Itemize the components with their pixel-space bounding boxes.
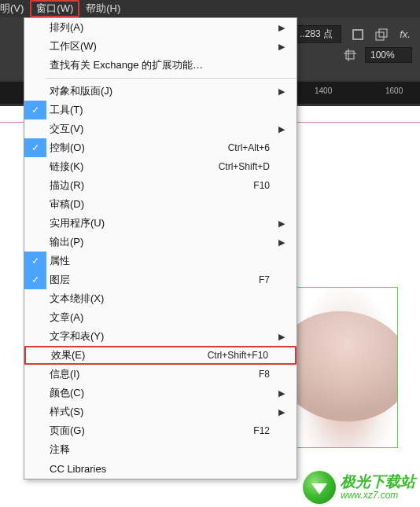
menu-attributes-label: 属性 bbox=[46, 254, 276, 268]
menu-effects[interactable]: 效果(E)Ctrl+Shift+F10 bbox=[24, 346, 297, 365]
check-icon: ✓ bbox=[24, 252, 46, 270]
menu-textwrap-label: 文本绕排(X) bbox=[46, 292, 276, 306]
menu-output-label: 输出(P) bbox=[46, 235, 276, 249]
menu-cc-libraries[interactable]: CC Libraries bbox=[24, 459, 297, 478]
shortcut-text: F8 bbox=[259, 369, 270, 380]
crop-icon[interactable] bbox=[343, 48, 357, 62]
watermark-url: www.xz7.com bbox=[341, 490, 415, 501]
menu-utilities-label: 实用程序(U) bbox=[46, 216, 276, 230]
menu-links-label: 链接(K) bbox=[46, 160, 219, 174]
menu-comments-label: 注释 bbox=[46, 443, 276, 457]
download-arrow-icon bbox=[311, 483, 327, 494]
menu-item-help[interactable]: 帮助(H) bbox=[79, 0, 127, 17]
separator bbox=[46, 78, 297, 79]
menu-styles[interactable]: 样式(S)▶ bbox=[24, 402, 297, 421]
menu-links[interactable]: 链接(K)Ctrl+Shift+D bbox=[24, 157, 297, 176]
toolbar-right-1: ..283 点 fx. bbox=[294, 25, 412, 43]
menu-item-cut[interactable]: 明(V) bbox=[0, 0, 30, 17]
menu-layers-label: 图层 bbox=[46, 273, 259, 287]
submenu-arrow-icon: ▶ bbox=[276, 332, 287, 342]
menu-arrange[interactable]: 排列(A)▶ bbox=[24, 18, 297, 37]
menu-type-tables-label: 文字和表(Y) bbox=[46, 329, 276, 344]
menu-tools-label: 工具(T) bbox=[46, 103, 276, 117]
toolbar-right-2: 100% bbox=[343, 47, 412, 63]
fx-icon[interactable]: fx. bbox=[398, 28, 412, 42]
shortcut-text: F7 bbox=[259, 274, 270, 285]
menu-cross[interactable]: 交互(V)▶ bbox=[24, 119, 297, 138]
menu-stroke[interactable]: 描边(R)F10 bbox=[24, 176, 297, 195]
menu-textwrap[interactable]: 文本绕排(X) bbox=[24, 289, 297, 308]
image-frame[interactable] bbox=[292, 287, 398, 448]
menu-info-label: 信息(I) bbox=[46, 367, 259, 381]
menu-stroke-label: 描边(R) bbox=[46, 178, 253, 193]
shortcut-text: F10 bbox=[253, 180, 270, 191]
menu-arrange-label: 排列(A) bbox=[46, 20, 276, 35]
value-field-1[interactable]: ..283 点 bbox=[294, 25, 341, 43]
menu-pages-label: 页面(G) bbox=[46, 424, 253, 438]
menu-workspace[interactable]: 工作区(W)▶ bbox=[24, 37, 297, 56]
watermark: 极光下载站 www.xz7.com bbox=[303, 471, 415, 504]
window-dropdown: 排列(A)▶ 工作区(W)▶ 查找有关 Exchange 的扩展功能… 对象和版… bbox=[24, 17, 297, 479]
watermark-title: 极光下载站 bbox=[341, 474, 415, 490]
check-icon: ✓ bbox=[24, 270, 46, 289]
menu-exchange-label: 查找有关 Exchange 的扩展功能… bbox=[46, 58, 276, 72]
menu-cross-label: 交互(V) bbox=[46, 122, 276, 136]
menu-workspace-label: 工作区(W) bbox=[46, 39, 276, 53]
image-content bbox=[292, 303, 398, 430]
menu-info[interactable]: 信息(I)F8 bbox=[24, 365, 297, 384]
menu-item-window[interactable]: 窗口(W) bbox=[30, 0, 79, 17]
check-icon: ✓ bbox=[24, 101, 46, 119]
submenu-arrow-icon: ▶ bbox=[276, 388, 287, 399]
menu-output[interactable]: 输出(P)▶ bbox=[24, 233, 297, 252]
submenu-arrow-icon: ▶ bbox=[276, 23, 287, 33]
menu-obj-layout[interactable]: 对象和版面(J)▶ bbox=[24, 82, 297, 101]
menu-tools[interactable]: ✓工具(T) bbox=[24, 101, 297, 119]
menu-color-label: 颜色(C) bbox=[46, 386, 276, 400]
submenu-arrow-icon: ▶ bbox=[276, 42, 287, 52]
menu-control-label: 控制(O) bbox=[46, 141, 228, 155]
shortcut-text: Ctrl+Shift+F10 bbox=[208, 350, 268, 361]
submenu-arrow-icon: ▶ bbox=[276, 219, 287, 229]
submenu-arrow-icon: ▶ bbox=[276, 237, 287, 248]
menu-review-label: 审稿(D) bbox=[46, 197, 276, 211]
menu-cclib-label: CC Libraries bbox=[46, 463, 276, 475]
menu-pages[interactable]: 页面(G)F12 bbox=[24, 421, 297, 440]
check-icon: ✓ bbox=[24, 138, 46, 157]
menu-styles-label: 样式(S) bbox=[46, 405, 276, 419]
watermark-logo-icon bbox=[303, 471, 336, 504]
zoom-field[interactable]: 100% bbox=[365, 47, 412, 63]
square-icon[interactable] bbox=[351, 28, 365, 42]
submenu-arrow-icon: ▶ bbox=[276, 407, 287, 417]
menu-exchange[interactable]: 查找有关 Exchange 的扩展功能… bbox=[24, 56, 297, 75]
menu-color[interactable]: 颜色(C)▶ bbox=[24, 384, 297, 402]
ruler-tick-1400: 1400 bbox=[315, 86, 332, 95]
svg-rect-2 bbox=[379, 29, 387, 37]
svg-rect-0 bbox=[353, 30, 363, 39]
menu-effects-label: 效果(E) bbox=[48, 348, 208, 362]
ruler-tick-1600: 1600 bbox=[385, 86, 403, 95]
menu-bar: 明(V) 窗口(W) 帮助(H) bbox=[0, 0, 420, 17]
submenu-arrow-icon: ▶ bbox=[276, 124, 287, 134]
menu-type-tables[interactable]: 文字和表(Y)▶ bbox=[24, 327, 297, 346]
menu-utilities[interactable]: 实用程序(U)▶ bbox=[24, 214, 297, 233]
shortcut-text: F12 bbox=[253, 425, 270, 436]
menu-control[interactable]: ✓控制(O)Ctrl+Alt+6 bbox=[24, 138, 297, 157]
menu-review[interactable]: 审稿(D) bbox=[24, 195, 297, 214]
svg-rect-1 bbox=[376, 32, 384, 40]
menu-articles-label: 文章(A) bbox=[46, 310, 276, 325]
layers-icon[interactable] bbox=[374, 28, 389, 42]
menu-attributes[interactable]: ✓属性 bbox=[24, 252, 297, 270]
shortcut-text: Ctrl+Alt+6 bbox=[228, 142, 270, 153]
submenu-arrow-icon: ▶ bbox=[276, 86, 287, 97]
menu-articles[interactable]: 文章(A) bbox=[24, 308, 297, 327]
shortcut-text: Ctrl+Shift+D bbox=[219, 161, 270, 172]
menu-comments[interactable]: 注释 bbox=[24, 440, 297, 459]
menu-layers[interactable]: ✓图层F7 bbox=[24, 270, 297, 289]
menu-overlays[interactable]: Overlays bbox=[24, 478, 297, 480]
menu-obj-layout-label: 对象和版面(J) bbox=[46, 84, 276, 98]
svg-rect-3 bbox=[346, 51, 354, 59]
